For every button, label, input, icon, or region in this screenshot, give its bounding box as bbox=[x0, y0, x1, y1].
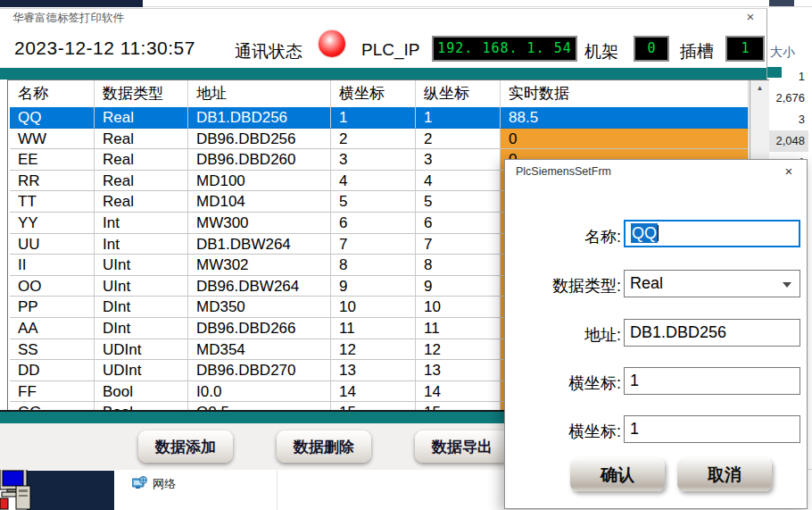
table-cell[interactable]: DB96.DBD256 bbox=[188, 129, 331, 150]
table-cell[interactable]: 5 bbox=[416, 191, 501, 213]
table-cell[interactable]: 10 bbox=[331, 297, 416, 318]
my-computer-icon[interactable] bbox=[0, 468, 36, 510]
table-cell[interactable]: 2 bbox=[331, 129, 416, 150]
table-cell[interactable]: UDInt bbox=[95, 339, 188, 361]
table-cell[interactable]: RR bbox=[10, 171, 95, 192]
add-data-button[interactable]: 数据添加 bbox=[138, 431, 233, 463]
table-cell[interactable]: 7 bbox=[416, 234, 501, 255]
table-cell[interactable]: DB96.DBD266 bbox=[188, 318, 331, 339]
table-cell[interactable]: 14 bbox=[416, 381, 501, 403]
table-cell[interactable]: 3 bbox=[416, 149, 501, 171]
table-cell[interactable]: DInt bbox=[95, 318, 188, 339]
col-header-realtime[interactable]: 实时数据 bbox=[501, 80, 749, 108]
table-cell[interactable]: Real bbox=[95, 107, 188, 129]
table-cell[interactable]: OO bbox=[10, 276, 95, 297]
table-cell[interactable]: YY bbox=[10, 213, 95, 234]
table-cell[interactable]: Real bbox=[95, 149, 188, 171]
table-cell[interactable]: 8 bbox=[416, 255, 501, 276]
table-cell[interactable]: MD104 bbox=[188, 191, 331, 213]
table-cell[interactable]: II bbox=[10, 255, 95, 276]
name-input[interactable]: QQ bbox=[624, 220, 800, 247]
table-cell[interactable]: 11 bbox=[331, 318, 416, 339]
table-cell[interactable]: 13 bbox=[416, 360, 501, 381]
table-cell[interactable]: DD bbox=[10, 360, 95, 381]
table-cell[interactable]: 1 bbox=[331, 107, 416, 129]
table-cell[interactable]: DB96.DBD260 bbox=[188, 149, 331, 171]
table-cell[interactable]: 0 bbox=[501, 129, 749, 150]
scroll-up-icon[interactable]: ▲ bbox=[750, 80, 769, 96]
table-cell[interactable]: 8 bbox=[331, 255, 416, 276]
table-cell[interactable]: MD350 bbox=[188, 297, 331, 318]
table-cell[interactable]: 15 bbox=[331, 402, 416, 410]
table-cell[interactable]: 4 bbox=[331, 171, 416, 192]
table-cell[interactable]: UDInt bbox=[95, 360, 188, 381]
table-cell[interactable]: Q0.5 bbox=[188, 402, 331, 410]
col-header-x[interactable]: 横坐标 bbox=[331, 80, 416, 108]
table-cell[interactable]: 12 bbox=[416, 339, 501, 361]
table-cell[interactable]: Real bbox=[95, 129, 188, 150]
cancel-button[interactable]: 取消 bbox=[677, 458, 772, 491]
table-cell[interactable]: MD354 bbox=[188, 339, 331, 361]
col-header-y[interactable]: 纵坐标 bbox=[416, 80, 501, 108]
table-cell[interactable]: Real bbox=[95, 171, 188, 192]
table-cell[interactable]: FF bbox=[10, 381, 95, 403]
close-icon[interactable]: × bbox=[742, 9, 759, 25]
dialog-close-icon[interactable]: × bbox=[780, 163, 798, 180]
table-row[interactable]: WWRealDB96.DBD256220 bbox=[10, 129, 749, 150]
table-cell[interactable]: TT bbox=[10, 191, 95, 213]
table-cell[interactable]: DInt bbox=[95, 297, 188, 318]
table-row[interactable]: QQRealDB1.DBD2561188.5 bbox=[10, 107, 749, 129]
table-cell[interactable]: UInt bbox=[95, 255, 188, 276]
table-cell[interactable]: PP bbox=[10, 297, 95, 318]
table-cell[interactable]: 13 bbox=[331, 360, 416, 381]
table-cell[interactable]: Bool bbox=[95, 381, 188, 403]
table-cell[interactable]: 9 bbox=[416, 276, 501, 297]
col-header-address[interactable]: 地址 bbox=[188, 80, 331, 108]
table-cell[interactable]: 2 bbox=[416, 129, 501, 150]
table-cell[interactable]: 1 bbox=[416, 107, 501, 129]
table-cell[interactable]: DB1.DBD256 bbox=[188, 107, 331, 129]
table-cell[interactable]: MD100 bbox=[188, 171, 331, 192]
table-cell[interactable]: Bool bbox=[95, 402, 188, 410]
col-header-datatype[interactable]: 数据类型 bbox=[95, 80, 188, 108]
table-cell[interactable]: 3 bbox=[331, 149, 416, 171]
table-cell[interactable]: Int bbox=[95, 234, 188, 255]
table-cell[interactable]: DB96.DBW264 bbox=[188, 276, 331, 297]
table-cell[interactable]: 88.5 bbox=[501, 107, 749, 129]
table-cell[interactable]: WW bbox=[10, 129, 95, 150]
x-coordinate-input[interactable]: 1 bbox=[624, 367, 800, 395]
table-cell[interactable]: UInt bbox=[95, 276, 188, 297]
table-cell[interactable]: 7 bbox=[331, 234, 416, 255]
x-coordinate-input-2[interactable]: 1 bbox=[624, 415, 800, 443]
table-cell[interactable]: UU bbox=[10, 234, 95, 255]
table-cell[interactable]: 4 bbox=[416, 171, 501, 192]
table-cell[interactable]: 12 bbox=[331, 339, 416, 361]
table-cell[interactable]: Real bbox=[95, 191, 188, 213]
export-data-button[interactable]: 数据导出 bbox=[415, 431, 510, 463]
table-cell[interactable]: I0.0 bbox=[188, 381, 331, 403]
table-cell[interactable]: AA bbox=[10, 318, 95, 339]
table-cell[interactable]: 11 bbox=[416, 318, 501, 339]
table-cell[interactable]: 5 bbox=[331, 191, 416, 213]
address-input[interactable]: DB1.DBD256 bbox=[624, 319, 800, 347]
table-cell[interactable]: 14 bbox=[331, 381, 416, 403]
table-cell[interactable]: QQ bbox=[10, 107, 95, 129]
confirm-button[interactable]: 确认 bbox=[570, 458, 665, 491]
table-cell[interactable]: SS bbox=[10, 339, 95, 361]
datatype-select[interactable]: Real bbox=[624, 270, 800, 297]
table-cell[interactable]: DB96.DBD270 bbox=[188, 360, 331, 381]
col-header-name[interactable]: 名称 bbox=[10, 80, 95, 108]
table-cell[interactable]: DB1.DBW264 bbox=[188, 234, 331, 255]
table-cell[interactable]: 15 bbox=[416, 402, 501, 410]
table-cell[interactable]: Int bbox=[95, 213, 188, 234]
table-cell[interactable]: MW300 bbox=[188, 213, 331, 234]
table-cell[interactable]: MW302 bbox=[188, 255, 331, 276]
table-cell[interactable]: 9 bbox=[331, 276, 416, 297]
delete-data-button[interactable]: 数据删除 bbox=[277, 431, 371, 463]
explorer-item-network[interactable]: 网络 bbox=[132, 476, 176, 492]
table-cell[interactable]: 6 bbox=[416, 213, 501, 234]
table-cell[interactable]: EE bbox=[10, 149, 95, 171]
table-cell[interactable]: 6 bbox=[331, 213, 416, 234]
table-cell[interactable]: 10 bbox=[416, 297, 501, 318]
table-cell[interactable]: GG bbox=[10, 402, 95, 410]
